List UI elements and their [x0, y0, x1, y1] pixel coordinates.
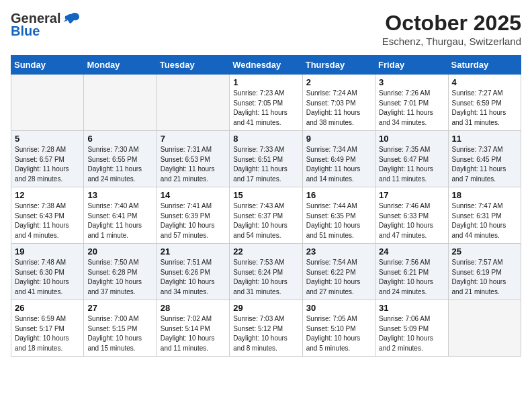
day-number: 30: [306, 303, 371, 313]
calendar-day-cell: 29Sunrise: 7:03 AM Sunset: 5:12 PM Dayli…: [230, 300, 302, 357]
day-number: 31: [379, 303, 444, 313]
day-info: Sunrise: 7:56 AM Sunset: 6:21 PM Dayligh…: [379, 258, 444, 297]
day-info: Sunrise: 7:06 AM Sunset: 5:09 PM Dayligh…: [379, 314, 444, 353]
day-number: 15: [233, 190, 298, 200]
day-number: 25: [452, 246, 517, 257]
day-number: 14: [161, 190, 226, 200]
calendar-day-cell: 20Sunrise: 7:50 AM Sunset: 6:28 PM Dayli…: [84, 244, 157, 300]
day-number: 10: [379, 134, 444, 144]
day-info: Sunrise: 7:03 AM Sunset: 5:12 PM Dayligh…: [233, 314, 298, 353]
day-number: 5: [15, 134, 80, 144]
day-info: Sunrise: 7:57 AM Sunset: 6:19 PM Dayligh…: [452, 258, 517, 297]
day-number: 1: [233, 77, 298, 87]
calendar-day-cell: [157, 75, 229, 131]
day-number: 16: [306, 190, 371, 200]
logo-blue-text: Blue: [11, 24, 40, 39]
day-number: 3: [379, 77, 444, 87]
day-number: 20: [87, 246, 152, 257]
day-number: 22: [233, 246, 298, 257]
day-info: Sunrise: 7:02 AM Sunset: 5:14 PM Dayligh…: [161, 314, 226, 353]
calendar-day-cell: [448, 300, 521, 357]
day-info: Sunrise: 7:00 AM Sunset: 5:15 PM Dayligh…: [87, 314, 152, 353]
day-number: 9: [306, 134, 371, 144]
calendar-week-row: 26Sunrise: 6:59 AM Sunset: 5:17 PM Dayli…: [11, 300, 521, 357]
calendar-day-cell: 8Sunrise: 7:33 AM Sunset: 6:51 PM Daylig…: [230, 131, 302, 187]
day-number: 24: [379, 246, 444, 257]
day-number: 11: [452, 134, 517, 144]
calendar-week-row: 12Sunrise: 7:38 AM Sunset: 6:43 PM Dayli…: [11, 187, 521, 244]
calendar-day-cell: 15Sunrise: 7:43 AM Sunset: 6:37 PM Dayli…: [230, 187, 302, 244]
location-text: Eschenz, Thurgau, Switzerland: [382, 36, 521, 47]
day-of-week-header: Saturday: [448, 56, 521, 75]
day-number: 29: [233, 303, 298, 313]
day-info: Sunrise: 7:34 AM Sunset: 6:49 PM Dayligh…: [306, 145, 371, 184]
calendar-day-cell: 16Sunrise: 7:44 AM Sunset: 6:35 PM Dayli…: [302, 187, 375, 244]
day-info: Sunrise: 7:46 AM Sunset: 6:33 PM Dayligh…: [379, 201, 444, 240]
day-info: Sunrise: 7:40 AM Sunset: 6:41 PM Dayligh…: [87, 201, 152, 240]
calendar-day-cell: 17Sunrise: 7:46 AM Sunset: 6:33 PM Dayli…: [375, 187, 448, 244]
calendar-day-cell: 26Sunrise: 6:59 AM Sunset: 5:17 PM Dayli…: [11, 300, 84, 357]
day-info: Sunrise: 6:59 AM Sunset: 5:17 PM Dayligh…: [15, 314, 80, 353]
day-info: Sunrise: 7:47 AM Sunset: 6:31 PM Dayligh…: [452, 201, 517, 240]
day-number: 28: [161, 303, 226, 313]
day-of-week-header: Tuesday: [157, 56, 229, 75]
day-info: Sunrise: 7:28 AM Sunset: 6:57 PM Dayligh…: [15, 145, 80, 184]
calendar-table: SundayMondayTuesdayWednesdayThursdayFrid…: [11, 55, 521, 357]
calendar-day-cell: 9Sunrise: 7:34 AM Sunset: 6:49 PM Daylig…: [302, 131, 375, 187]
logo: General Blue: [11, 11, 81, 39]
day-number: 13: [87, 190, 152, 200]
calendar-day-cell: 10Sunrise: 7:35 AM Sunset: 6:47 PM Dayli…: [375, 131, 448, 187]
calendar-day-cell: 11Sunrise: 7:37 AM Sunset: 6:45 PM Dayli…: [448, 131, 521, 187]
calendar-day-cell: 30Sunrise: 7:05 AM Sunset: 5:10 PM Dayli…: [302, 300, 375, 357]
calendar-week-row: 1Sunrise: 7:23 AM Sunset: 7:05 PM Daylig…: [11, 75, 521, 131]
day-of-week-header: Monday: [84, 56, 157, 75]
calendar-day-cell: [11, 75, 84, 131]
calendar-day-cell: 25Sunrise: 7:57 AM Sunset: 6:19 PM Dayli…: [448, 244, 521, 300]
day-number: 19: [15, 246, 80, 257]
day-number: 8: [233, 134, 298, 144]
day-number: 4: [452, 77, 517, 87]
day-info: Sunrise: 7:48 AM Sunset: 6:30 PM Dayligh…: [15, 258, 80, 297]
day-of-week-header: Wednesday: [230, 56, 302, 75]
title-area: October 2025 Eschenz, Thurgau, Switzerla…: [382, 11, 521, 47]
calendar-day-cell: 21Sunrise: 7:51 AM Sunset: 6:26 PM Dayli…: [157, 244, 229, 300]
day-number: 21: [161, 246, 226, 257]
day-number: 7: [161, 134, 226, 144]
day-number: 17: [379, 190, 444, 200]
calendar-day-cell: 18Sunrise: 7:47 AM Sunset: 6:31 PM Dayli…: [448, 187, 521, 244]
day-info: Sunrise: 7:43 AM Sunset: 6:37 PM Dayligh…: [233, 201, 298, 240]
day-of-week-header: Sunday: [11, 56, 84, 75]
day-info: Sunrise: 7:35 AM Sunset: 6:47 PM Dayligh…: [379, 145, 444, 184]
day-info: Sunrise: 7:24 AM Sunset: 7:03 PM Dayligh…: [306, 89, 371, 128]
calendar-day-cell: 14Sunrise: 7:41 AM Sunset: 6:39 PM Dayli…: [157, 187, 229, 244]
calendar-day-cell: 2Sunrise: 7:24 AM Sunset: 7:03 PM Daylig…: [302, 75, 375, 131]
day-number: 23: [306, 246, 371, 257]
calendar-day-cell: 1Sunrise: 7:23 AM Sunset: 7:05 PM Daylig…: [230, 75, 302, 131]
calendar-day-cell: 4Sunrise: 7:27 AM Sunset: 6:59 PM Daylig…: [448, 75, 521, 131]
calendar-day-cell: [84, 75, 157, 131]
day-info: Sunrise: 7:41 AM Sunset: 6:39 PM Dayligh…: [161, 201, 226, 240]
calendar-day-cell: 6Sunrise: 7:30 AM Sunset: 6:55 PM Daylig…: [84, 131, 157, 187]
day-info: Sunrise: 7:05 AM Sunset: 5:10 PM Dayligh…: [306, 314, 371, 353]
day-info: Sunrise: 7:31 AM Sunset: 6:53 PM Dayligh…: [161, 145, 226, 184]
day-info: Sunrise: 7:54 AM Sunset: 6:22 PM Dayligh…: [306, 258, 371, 297]
day-of-week-header: Thursday: [302, 56, 375, 75]
calendar-day-cell: 5Sunrise: 7:28 AM Sunset: 6:57 PM Daylig…: [11, 131, 84, 187]
calendar-week-row: 5Sunrise: 7:28 AM Sunset: 6:57 PM Daylig…: [11, 131, 521, 187]
day-number: 2: [306, 77, 371, 87]
day-number: 6: [87, 134, 152, 144]
day-info: Sunrise: 7:53 AM Sunset: 6:24 PM Dayligh…: [233, 258, 298, 297]
calendar-week-row: 19Sunrise: 7:48 AM Sunset: 6:30 PM Dayli…: [11, 244, 521, 300]
calendar-day-cell: 31Sunrise: 7:06 AM Sunset: 5:09 PM Dayli…: [375, 300, 448, 357]
page-header: General Blue October 2025 Eschenz, Thurg…: [11, 11, 521, 47]
day-info: Sunrise: 7:38 AM Sunset: 6:43 PM Dayligh…: [15, 201, 80, 240]
day-info: Sunrise: 7:27 AM Sunset: 6:59 PM Dayligh…: [452, 89, 517, 128]
day-info: Sunrise: 7:33 AM Sunset: 6:51 PM Dayligh…: [233, 145, 298, 184]
calendar-day-cell: 13Sunrise: 7:40 AM Sunset: 6:41 PM Dayli…: [84, 187, 157, 244]
calendar-day-cell: 28Sunrise: 7:02 AM Sunset: 5:14 PM Dayli…: [157, 300, 229, 357]
calendar-day-cell: 3Sunrise: 7:26 AM Sunset: 7:01 PM Daylig…: [375, 75, 448, 131]
day-info: Sunrise: 7:51 AM Sunset: 6:26 PM Dayligh…: [161, 258, 226, 297]
day-info: Sunrise: 7:44 AM Sunset: 6:35 PM Dayligh…: [306, 201, 371, 240]
calendar-day-cell: 12Sunrise: 7:38 AM Sunset: 6:43 PM Dayli…: [11, 187, 84, 244]
calendar-day-cell: 23Sunrise: 7:54 AM Sunset: 6:22 PM Dayli…: [302, 244, 375, 300]
